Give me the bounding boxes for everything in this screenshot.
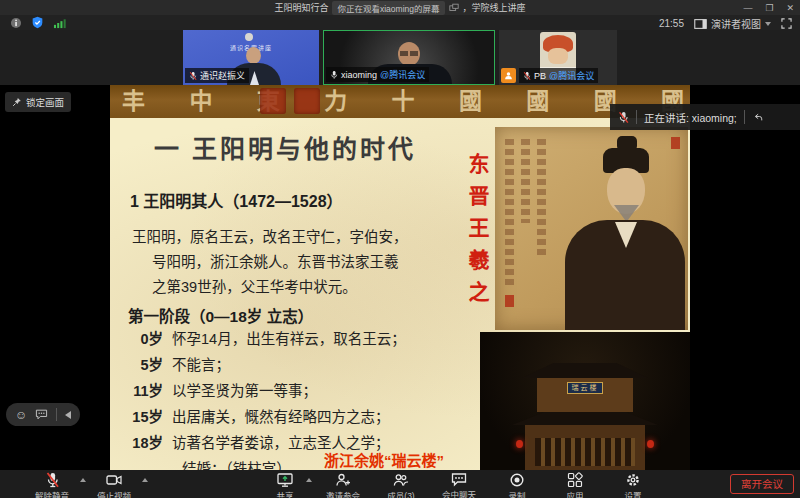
meeting-info-icon[interactable] xyxy=(10,17,22,29)
participant-video-xiaoming[interactable]: xiaoming@腾讯会议 xyxy=(323,30,495,85)
wang-xizhi-portrait xyxy=(495,127,688,330)
participant-video-pb[interactable]: PB@腾讯会议 xyxy=(499,30,617,85)
network-signal-icon[interactable] xyxy=(53,17,66,29)
timeline-text: 以学圣贤为第一等事； xyxy=(172,378,317,404)
mic-options-caret[interactable] xyxy=(80,478,86,482)
stage-heading: 第一阶段（0—18岁 立志） xyxy=(128,304,313,326)
timeline-row: 0岁怀孕14月，出生有祥云，取名王云； xyxy=(110,326,490,352)
shared-screen-stage: 丰 中 東 力 十 國 國 國 國 一 王阳明与他的时代 1 王阳明其人（147… xyxy=(0,85,800,470)
chat-button[interactable]: 会中聊天 xyxy=(430,472,488,498)
unmute-button[interactable]: 解除静音 xyxy=(26,472,78,498)
speaker-view-icon xyxy=(694,19,707,29)
members-icon xyxy=(393,472,409,488)
red-seal-stamp xyxy=(260,88,286,114)
tower-windows xyxy=(535,438,635,466)
share-screen-button[interactable]: 共享 xyxy=(256,472,314,498)
red-seal-stamp xyxy=(671,137,680,149)
video-thumbnail-strip: 通识名家讲座 通识赵振义 xiaoming@腾讯会议 xyxy=(0,30,800,85)
participant3-name: PB xyxy=(534,71,546,81)
clock-time: 21:55 xyxy=(659,18,684,29)
quick-reaction-pill: ☺ xyxy=(6,403,80,426)
speaking-indicator-bar: 正在讲话: xiaoming; xyxy=(610,104,800,130)
speaking-label: 正在讲话: xiaoming; xyxy=(644,110,737,125)
invite-button[interactable]: 邀请参会 xyxy=(314,472,372,498)
security-shield-icon[interactable] xyxy=(31,16,44,29)
fullscreen-icon[interactable] xyxy=(781,18,792,29)
view-mode-button[interactable]: 演讲者视图 xyxy=(694,16,771,31)
apps-button[interactable]: 应用 xyxy=(546,472,604,498)
invite-label: 邀请参会 xyxy=(326,489,360,498)
slide-title: 一 王阳明与他的时代 xyxy=(154,129,416,165)
divider xyxy=(744,110,745,124)
timeline-age: 0岁 xyxy=(110,326,172,352)
chat-label: 会中聊天 xyxy=(442,488,476,498)
maximize-button[interactable]: ❐ xyxy=(765,3,773,13)
pin-view-button[interactable]: 锁定画面 xyxy=(5,92,71,112)
status-left-icons xyxy=(10,16,66,29)
participant2-glasses xyxy=(400,51,408,56)
participant1-name: 通识赵振义 xyxy=(200,69,245,82)
meeting-toolbar: 解除静音 停止视频 共享 邀请参会 成员(3) xyxy=(0,470,800,498)
participant3-name-label: PB@腾讯会议 xyxy=(519,68,598,83)
mic-muted-icon xyxy=(189,71,197,81)
divider xyxy=(636,110,637,124)
calligraphy-column xyxy=(537,139,546,259)
chat-bubble-icon xyxy=(451,472,467,487)
avatar-face xyxy=(548,48,568,64)
calligraphy-column xyxy=(521,139,530,223)
members-button[interactable]: 成员(3) xyxy=(372,472,430,498)
timeline-row: 11岁以学圣贤为第一等事； xyxy=(110,378,490,404)
watching-screen-badge: 你正在观看xiaoming的屏幕 xyxy=(332,1,444,15)
participant2-name: xiaoming xyxy=(341,70,377,80)
paragraph-line: 王阳明，原名王云，改名王守仁，字伯安， xyxy=(132,225,472,250)
titlebar: 王阳明知行合 你正在观看xiaoming的屏幕 ，学院线上讲座 — ❐ ✕ xyxy=(0,0,800,15)
record-button[interactable]: 录制 xyxy=(488,472,546,498)
red-lantern xyxy=(516,440,523,448)
settings-label: 设置 xyxy=(624,489,641,498)
mic-muted-icon xyxy=(523,71,531,81)
calligraphy-banner: 丰 中 東 力 十 國 國 國 國 xyxy=(110,85,690,118)
tower-plaque: 瑞云楼 xyxy=(567,382,603,394)
toolbar-left-group: 解除静音 停止视频 xyxy=(26,472,148,498)
mic-muted-icon xyxy=(45,472,60,488)
leave-meeting-button[interactable]: 离开会议 xyxy=(730,474,794,494)
statusbar: 21:55 演讲者视图 xyxy=(0,15,800,30)
mic-on-icon xyxy=(330,70,338,80)
settings-button[interactable]: 设置 xyxy=(604,472,662,498)
invite-person-icon xyxy=(335,472,351,488)
share-options-caret[interactable] xyxy=(306,478,312,482)
timeline-text: 不能言； xyxy=(172,352,230,378)
meeting-window: 王阳明知行合 你正在观看xiaoming的屏幕 ，学院线上讲座 — ❐ ✕ xyxy=(0,0,800,498)
timeline-age: 18岁 xyxy=(110,430,172,456)
slide-paragraph: 王阳明，原名王云，改名王守仁，字伯安， 号阳明，浙江余姚人。东晋书法家王羲 之第… xyxy=(132,225,472,300)
window-title: 王阳明知行合 你正在观看xiaoming的屏幕 ，学院线上讲座 xyxy=(274,1,525,15)
mic-muted-icon xyxy=(618,111,629,124)
stop-video-button[interactable]: 停止视频 xyxy=(88,472,140,498)
quick-chat-icon[interactable] xyxy=(35,409,48,420)
self-user-badge-icon xyxy=(501,68,516,83)
participant1-head xyxy=(246,47,261,64)
timeline-age: 11岁 xyxy=(110,378,172,404)
apps-icon xyxy=(567,472,583,488)
video-options-caret[interactable] xyxy=(142,478,148,482)
status-right-controls: 21:55 演讲者视图 xyxy=(659,16,792,31)
collapse-pill-icon[interactable] xyxy=(65,411,71,419)
collapse-arrow-icon[interactable] xyxy=(752,111,764,123)
title-right-text: ，学院线上讲座 xyxy=(463,1,526,14)
paragraph-line: 号阳明，浙江余姚人。东晋书法家王羲 xyxy=(152,250,472,275)
participant3-suffix: @腾讯会议 xyxy=(549,69,594,82)
shared-slide: 丰 中 東 力 十 國 國 國 國 一 王阳明与他的时代 1 王阳明其人（147… xyxy=(110,85,690,470)
emoji-reaction-icon[interactable]: ☺ xyxy=(15,409,27,421)
timeline-age: 5岁 xyxy=(110,352,172,378)
switch-window-icon[interactable] xyxy=(449,3,459,12)
participant2-suffix: @腾讯会议 xyxy=(380,68,425,81)
participant-video-zhaozhenyi[interactable]: 通识名家讲座 通识赵振义 xyxy=(183,30,319,85)
toolbar-center-group: 共享 邀请参会 成员(3) 会中聊天 录制 应用 xyxy=(256,472,662,498)
close-button[interactable]: ✕ xyxy=(786,3,794,13)
minimize-button[interactable]: — xyxy=(743,3,752,13)
gear-icon xyxy=(625,472,641,488)
tower-roof xyxy=(522,363,648,378)
apps-label: 应用 xyxy=(566,489,583,498)
participant2-name-label: xiaoming@腾讯会议 xyxy=(326,67,429,82)
view-mode-caret-icon xyxy=(765,22,771,26)
